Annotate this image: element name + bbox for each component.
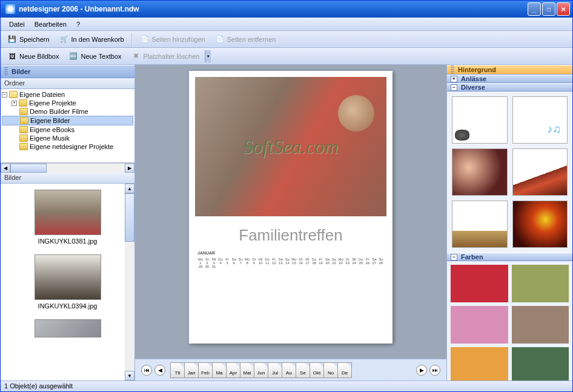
- month-tab[interactable]: Ma: [212, 362, 227, 378]
- background-thumb[interactable]: [512, 201, 568, 248]
- folder-tree[interactable]: − Eigene Dateien +Eigene ProjekteDemo Bu…: [1, 89, 134, 163]
- thumbnail-image[interactable]: [35, 190, 101, 235]
- color-swatch[interactable]: [512, 347, 569, 380]
- cart-button[interactable]: 🛒 In den Warenkorb: [55, 32, 128, 47]
- folder-icon: [19, 143, 28, 150]
- tree-item[interactable]: Eigene Musik: [2, 134, 133, 142]
- tree-item[interactable]: Eigene eBooks: [2, 125, 133, 134]
- toolbar-overflow[interactable]: ▾: [205, 50, 211, 62]
- watermark: SoftSea.com: [243, 136, 338, 158]
- collapse-icon[interactable]: −: [451, 254, 457, 261]
- tree-item-root[interactable]: − Eigene Dateien: [2, 90, 133, 99]
- color-swatch[interactable]: [512, 306, 569, 344]
- thumbnail-image[interactable]: [35, 319, 101, 337]
- page-photo[interactable]: SoftSea.com: [195, 77, 386, 216]
- menu-edit[interactable]: Bearbeiten: [30, 19, 71, 30]
- maximize-button[interactable]: □: [542, 2, 555, 16]
- minimize-button[interactable]: _: [528, 2, 541, 16]
- month-tab[interactable]: Jul: [268, 362, 282, 378]
- close-button[interactable]: ✕: [557, 2, 570, 16]
- collapse-icon[interactable]: −: [451, 84, 457, 91]
- background-thumb[interactable]: [452, 148, 508, 196]
- right-panel-title: Hintergrund: [458, 66, 496, 73]
- color-swatch[interactable]: [512, 265, 569, 302]
- month-tab[interactable]: No: [323, 362, 338, 378]
- remove-pages-button[interactable]: 📄 Seiten entfernen: [211, 32, 280, 47]
- calendar-page[interactable]: SoftSea.com Familientreffen JANUAR MoDiM…: [189, 71, 392, 344]
- month-tab[interactable]: Mai: [240, 362, 254, 378]
- month-tab[interactable]: Jun: [254, 362, 268, 378]
- month-tab[interactable]: Au: [282, 362, 296, 378]
- remove-pages-label: Seiten entfernen: [227, 36, 276, 43]
- new-textbox-button[interactable]: 🔤 Neue Textbox: [64, 49, 125, 64]
- expand-icon[interactable]: +: [12, 101, 17, 106]
- month-tab[interactable]: Jan: [184, 362, 199, 378]
- tree-item-label: Eigene netdesigner Projekte: [30, 143, 113, 150]
- tree-item[interactable]: +Eigene Projekte: [2, 99, 133, 107]
- canvas-viewport[interactable]: SoftSea.com Familientreffen JANUAR MoDiM…: [135, 65, 446, 359]
- thumbnail-filename: INGKUYKL0381.jpg: [35, 238, 101, 245]
- nav-last-button[interactable]: ⏭: [429, 365, 440, 376]
- thumbnail-item[interactable]: [35, 319, 101, 337]
- thumbnail-list[interactable]: INGKUYKL0381.jpg INGKUYKL0394.jpg ▲ ▼: [1, 184, 134, 380]
- folder-icon: [19, 99, 27, 107]
- scroll-right-icon[interactable]: ▶: [125, 164, 134, 173]
- month-tab[interactable]: Ttl: [170, 362, 185, 378]
- thumbnail-image[interactable]: [35, 254, 101, 300]
- color-swatch[interactable]: [451, 306, 508, 344]
- scroll-thumb[interactable]: [125, 193, 134, 242]
- month-tab[interactable]: De: [337, 362, 352, 378]
- page-navigator: ⏮ ◀ TtlJanFebMaAprMaiJunJulAuSeOktNoDe ▶…: [135, 359, 446, 380]
- month-tab[interactable]: Okt: [310, 362, 324, 378]
- delete-placeholder-button[interactable]: ✖ Platzhalter löschen: [127, 49, 204, 64]
- left-panel: Bilder Ordner − Eigene Dateien +Eigene P…: [1, 65, 135, 380]
- expand-icon[interactable]: +: [451, 76, 457, 82]
- scroll-left-icon[interactable]: ◀: [1, 164, 10, 173]
- month-tab[interactable]: Feb: [198, 362, 213, 378]
- background-thumb[interactable]: [452, 201, 508, 248]
- nav-prev-button[interactable]: ◀: [154, 365, 165, 376]
- scroll-thumb[interactable]: [10, 164, 47, 173]
- menu-help[interactable]: ?: [71, 19, 85, 30]
- menubar: Datei Bearbeiten ?: [1, 18, 572, 31]
- tree-item-label: Eigene Musik: [30, 135, 70, 142]
- scroll-down-icon[interactable]: ▼: [125, 371, 134, 380]
- nav-first-button[interactable]: ⏮: [141, 365, 152, 376]
- right-panel-header: Hintergrund: [447, 65, 572, 75]
- tree-item[interactable]: Eigene Bilder: [2, 116, 133, 125]
- color-swatch[interactable]: [451, 347, 508, 380]
- add-pages-label: Seiten hinzufügen: [152, 36, 205, 43]
- background-thumb[interactable]: [512, 96, 568, 144]
- page-heading[interactable]: Familientreffen: [195, 216, 386, 250]
- tree-hscroll[interactable]: ◀ ▶: [1, 163, 134, 173]
- tree-item[interactable]: Eigene netdesigner Projekte: [2, 142, 133, 151]
- thumbnail-item[interactable]: INGKUYKL0381.jpg: [35, 190, 101, 245]
- collapse-icon[interactable]: −: [2, 92, 7, 98]
- page-add-icon: 📄: [140, 35, 150, 44]
- section-diverse[interactable]: − Diverse: [447, 83, 572, 91]
- color-swatch[interactable]: [451, 265, 508, 302]
- month-tab[interactable]: Se: [296, 362, 310, 378]
- images-section-label: Bilder: [1, 173, 134, 184]
- thumb-vscroll[interactable]: ▲ ▼: [125, 184, 134, 380]
- background-thumb[interactable]: [512, 148, 568, 196]
- scroll-up-icon[interactable]: ▲: [125, 184, 134, 193]
- save-button[interactable]: 💾 Speichern: [3, 32, 54, 47]
- statusbar: 1 Objekt(e) ausgewählt: [1, 380, 572, 391]
- folder-section-label: Ordner: [1, 78, 134, 89]
- save-label: Speichern: [19, 36, 50, 43]
- tree-item[interactable]: Demo Builder Filme: [2, 107, 133, 116]
- thumbnail-item[interactable]: INGKUYKL0394.jpg: [35, 254, 101, 310]
- calendar-grid: MoDiMiDoFrSaSoMoDiMiDoFrSaSoMoDiMiDoFrSa…: [195, 256, 386, 337]
- add-pages-button[interactable]: 📄 Seiten hinzufügen: [136, 32, 210, 47]
- nav-next-button[interactable]: ▶: [416, 365, 427, 376]
- left-panel-header: Bilder: [1, 65, 134, 78]
- grip-icon: [4, 67, 8, 76]
- background-thumb[interactable]: [452, 96, 508, 144]
- section-farben[interactable]: − Farben: [447, 253, 572, 261]
- menu-file[interactable]: Datei: [4, 19, 30, 30]
- month-tab[interactable]: Apr: [226, 362, 240, 378]
- cart-icon: 🛒: [59, 35, 69, 44]
- new-imagebox-button[interactable]: 🖼 Neue Bildbox: [3, 49, 63, 64]
- section-anlaesse[interactable]: + Anlässe: [447, 75, 572, 83]
